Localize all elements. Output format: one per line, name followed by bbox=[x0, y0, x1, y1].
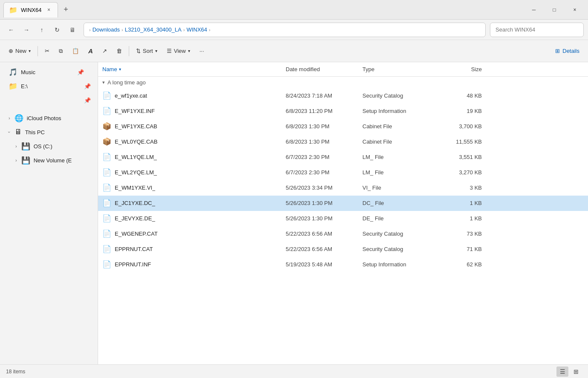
group-header-long-ago: ▾ A long time ago bbox=[98, 77, 588, 88]
close-button[interactable]: × bbox=[565, 3, 585, 17]
table-row[interactable]: 📄 E_JC1YXE.DC_ 5/26/2023 1:30 PM DC_ Fil… bbox=[98, 196, 588, 211]
file-name: e_wf1yxe.cat bbox=[115, 92, 147, 99]
minimize-button[interactable]: ─ bbox=[524, 3, 544, 17]
tab-winx64[interactable]: 📁 WINX64 × bbox=[3, 2, 58, 17]
sidebar: 🎵 Music 📌 📁 E:\ 📌 📌 › 🌐 iCloud Photos › … bbox=[0, 62, 98, 364]
file-type-cell: LM_ File bbox=[362, 154, 431, 160]
table-row[interactable]: 📄 E_WGENEP.CAT 5/22/2023 6:56 AM Securit… bbox=[98, 226, 588, 242]
sidebar-item-icloud[interactable]: › 🌐 iCloud Photos bbox=[2, 111, 96, 125]
sidebar-item-thispc[interactable]: › 🖥 This PC bbox=[2, 125, 96, 139]
sidebar-item-edrive[interactable]: 📁 E:\ 📌 bbox=[2, 79, 96, 93]
file-date-cell: 5/19/2023 5:48 AM bbox=[286, 261, 362, 268]
back-button[interactable]: ← bbox=[4, 23, 18, 37]
cut-button[interactable]: ✂ bbox=[41, 43, 54, 59]
file-name-cell: 📦 E_WL0YQE.CAB bbox=[102, 137, 286, 146]
breadcrumb[interactable]: › Downloads › L3210_X64_30400_LA › WINX6… bbox=[84, 23, 486, 37]
breadcrumb-l3210[interactable]: L3210_X64_30400_LA bbox=[125, 26, 182, 33]
file-type-icon: 📦 bbox=[102, 137, 111, 146]
new-tab-button[interactable]: + bbox=[60, 4, 72, 16]
refresh-button[interactable]: ↻ bbox=[50, 23, 64, 37]
file-type-icon: 📦 bbox=[102, 122, 111, 131]
table-row[interactable]: 📄 E_WM1YXE.VI_ 5/26/2023 3:34 PM VI_ Fil… bbox=[98, 180, 588, 196]
table-row[interactable]: 📄 E_JEVYXE.DE_ 5/26/2023 1:30 PM DE_ Fil… bbox=[98, 211, 588, 226]
sort-button[interactable]: ⇅ Sort ▾ bbox=[132, 43, 162, 59]
sidebar-item-osc-label: OS (C:) bbox=[34, 143, 52, 150]
details-button[interactable]: ⊞ Details bbox=[551, 45, 584, 57]
table-row[interactable]: 📄 EPPRNUT.INF 5/19/2023 5:48 AM Setup In… bbox=[98, 257, 588, 272]
group-header-label: A long time ago bbox=[107, 79, 146, 86]
col-header-name[interactable]: Name ▾ bbox=[102, 66, 286, 72]
table-row[interactable]: 📦 E_WL0YQE.CAB 6/8/2023 1:30 PM Cabinet … bbox=[98, 134, 588, 150]
up-button[interactable]: ↑ bbox=[35, 23, 49, 37]
new-button[interactable]: ⊕ New ▾ bbox=[4, 43, 35, 59]
details-label: Details bbox=[562, 48, 579, 54]
breadcrumb-downloads[interactable]: Downloads bbox=[93, 26, 120, 33]
file-name: E_WF1YXE.CAB bbox=[115, 123, 157, 130]
file-date-cell: 8/24/2023 7:18 AM bbox=[286, 92, 362, 99]
file-name-cell: 📄 EPPRNUT.CAT bbox=[102, 245, 286, 254]
file-name: EPPRNUT.CAT bbox=[115, 246, 153, 252]
forward-button[interactable]: → bbox=[20, 23, 33, 37]
table-row[interactable]: 📦 E_WF1YXE.CAB 6/8/2023 1:30 PM Cabinet … bbox=[98, 119, 588, 134]
folder-icon: 📁 bbox=[9, 6, 17, 14]
copy-button[interactable]: ⧉ bbox=[55, 43, 67, 59]
file-type-icon: 📄 bbox=[102, 153, 111, 162]
file-size-cell: 3,700 KB bbox=[431, 123, 482, 130]
sort-dropdown-icon: ▾ bbox=[155, 49, 157, 53]
file-name: E_WL2YQE.LM_ bbox=[115, 169, 157, 176]
file-size-cell: 3,551 KB bbox=[431, 154, 482, 160]
table-row[interactable]: 📄 E_WL2YQE.LM_ 6/7/2023 2:30 PM LM_ File… bbox=[98, 165, 588, 180]
table-row[interactable]: 📄 EPPRNUT.CAT 5/22/2023 6:56 AM Security… bbox=[98, 242, 588, 257]
cut-icon: ✂ bbox=[45, 48, 49, 54]
more-button[interactable]: ··· bbox=[195, 43, 209, 59]
tab-close-button[interactable]: × bbox=[45, 6, 52, 14]
view-button[interactable]: ☰ View ▾ bbox=[162, 43, 194, 59]
tiles-view-button[interactable]: ⊞ bbox=[570, 366, 582, 377]
tab-area: 📁 WINX64 × + bbox=[3, 2, 524, 17]
file-date-cell: 5/26/2023 1:30 PM bbox=[286, 215, 362, 222]
file-name-cell: 📄 E_WL1YQE.LM_ bbox=[102, 153, 286, 162]
pc-icon[interactable]: 🖥 bbox=[66, 23, 79, 37]
breadcrumb-end-chevron: › bbox=[209, 27, 211, 32]
file-name-cell: 📄 E_WM1YXE.VI_ bbox=[102, 183, 286, 192]
rename-button[interactable]: A bbox=[84, 43, 97, 59]
breadcrumb-winx64[interactable]: WINX64 bbox=[186, 26, 207, 33]
col-header-type[interactable]: Type bbox=[362, 66, 431, 72]
main-content: 🎵 Music 📌 📁 E:\ 📌 📌 › 🌐 iCloud Photos › … bbox=[0, 62, 588, 364]
paste-button[interactable]: 📋 bbox=[68, 43, 83, 59]
file-type-cell: VI_ File bbox=[362, 185, 431, 191]
file-type-cell: DC_ File bbox=[362, 200, 431, 206]
icloud-icon: 🌐 bbox=[14, 114, 23, 123]
col-header-date[interactable]: Date modified bbox=[286, 66, 362, 72]
col-header-size[interactable]: Size bbox=[431, 66, 482, 72]
table-row[interactable]: 📄 e_wf1yxe.cat 8/24/2023 7:18 AM Securit… bbox=[98, 88, 588, 104]
file-type-icon: 📄 bbox=[102, 229, 111, 238]
sidebar-item-pin3[interactable]: 📌 bbox=[2, 93, 96, 107]
file-name: E_WGENEP.CAT bbox=[115, 231, 158, 237]
file-size-cell: 3 KB bbox=[431, 185, 482, 191]
maximize-button[interactable]: □ bbox=[545, 3, 564, 17]
file-size-cell: 1 KB bbox=[431, 215, 482, 222]
sidebar-item-newvol[interactable]: › 💾 New Volume (E bbox=[2, 153, 96, 167]
title-bar: 📁 WINX64 × + ─ □ × bbox=[0, 0, 588, 20]
file-date-cell: 6/7/2023 2:30 PM bbox=[286, 154, 362, 160]
sidebar-item-icloud-label: iCloud Photos bbox=[27, 115, 61, 121]
file-size-cell: 1 KB bbox=[431, 200, 482, 206]
pin-icon-3: 📌 bbox=[84, 97, 91, 104]
search-input[interactable] bbox=[490, 23, 584, 37]
file-name: E_JEVYXE.DE_ bbox=[115, 215, 155, 222]
table-row[interactable]: 📄 E_WF1YXE.INF 6/8/2023 11:20 PM Setup I… bbox=[98, 104, 588, 119]
file-name-cell: 📄 E_JC1YXE.DC_ bbox=[102, 199, 286, 208]
sidebar-item-music[interactable]: 🎵 Music 📌 bbox=[2, 65, 96, 79]
view-dropdown-icon: ▾ bbox=[188, 49, 190, 53]
table-row[interactable]: 📄 E_WL1YQE.LM_ 6/7/2023 2:30 PM LM_ File… bbox=[98, 150, 588, 165]
expand-newvol: › bbox=[15, 158, 17, 163]
rename-icon: A bbox=[88, 47, 93, 55]
delete-button[interactable]: 🗑 bbox=[112, 43, 126, 59]
file-area: Name ▾ Date modified Type Size ▾ A long … bbox=[98, 62, 588, 364]
file-type-icon: 📄 bbox=[102, 214, 111, 223]
details-view-button[interactable]: ☰ bbox=[556, 366, 568, 377]
share-button[interactable]: ↗ bbox=[98, 43, 111, 59]
sidebar-item-osc[interactable]: › 💾 OS (C:) bbox=[2, 139, 96, 153]
group-collapse-arrow[interactable]: ▾ bbox=[102, 80, 105, 85]
